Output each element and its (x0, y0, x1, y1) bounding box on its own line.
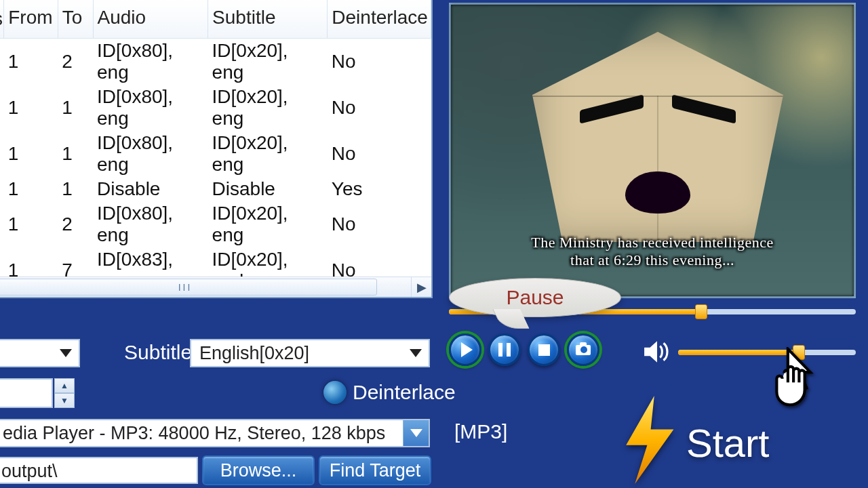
cursor-pointer-icon (774, 347, 822, 409)
seek-handle[interactable] (695, 304, 707, 319)
col-to[interactable]: To (58, 0, 93, 38)
numeric-field[interactable] (0, 378, 53, 408)
video-preview[interactable]: The Ministry has received intelligence t… (449, 3, 856, 298)
spin-down-icon[interactable]: ▼ (54, 393, 75, 408)
numeric-spinner[interactable]: ▲ ▼ (54, 378, 75, 408)
unknown-left-dropdown[interactable] (0, 339, 80, 367)
col-audio[interactable]: Audio (93, 0, 208, 38)
pause-icon (498, 343, 511, 357)
output-path-field[interactable]: output\ (0, 457, 198, 484)
find-target-button[interactable]: Find Target (319, 455, 431, 485)
table-hscrollbar[interactable]: III ▶ (0, 277, 431, 297)
camera-icon (576, 345, 591, 355)
profile-value: edia Player - MP3: 48000 Hz, Stereo, 128… (3, 423, 385, 444)
snapshot-button[interactable] (567, 333, 599, 366)
subtitle-line-2: that at 6:29 this evening... (451, 251, 854, 269)
svg-marker-0 (626, 396, 673, 484)
table-row[interactable]: 11DisableDisableYes (0, 177, 431, 201)
col-deinterlace[interactable]: Deinterlace (328, 0, 431, 38)
subtitle-label: Subtitle: (124, 341, 197, 364)
output-format-tag: [MP3] (454, 420, 507, 443)
stop-button[interactable] (528, 333, 560, 366)
play-icon (461, 342, 473, 357)
col-subtitle[interactable]: Subtitle (208, 0, 328, 38)
subtitle-dropdown[interactable]: English[0x20] (190, 339, 430, 367)
track-table-panel: s From To Audio Subtitle Deinterlace 12I… (0, 0, 433, 298)
chevron-down-icon (410, 349, 422, 357)
output-profile-dropdown[interactable]: edia Player - MP3: 48000 Hz, Stereo, 128… (0, 419, 430, 447)
chevron-down-icon (410, 429, 422, 437)
chevron-down-icon (60, 349, 72, 357)
volume-slider[interactable] (678, 350, 856, 355)
deinterlace-toggle[interactable] (323, 381, 347, 404)
scroll-right-arrow-icon[interactable]: ▶ (411, 277, 431, 297)
table-row[interactable]: 12ID[0x80], engID[0x20], engNo (0, 38, 431, 85)
col-from[interactable]: From (4, 0, 58, 38)
play-button[interactable] (449, 333, 481, 366)
deinterlace-label: Deinterlace (353, 381, 456, 404)
pause-tooltip: Pause (449, 278, 621, 317)
browse-button[interactable]: Browse... (202, 455, 315, 485)
scroll-thumb[interactable]: III (0, 279, 377, 296)
start-button[interactable]: Start (686, 420, 770, 466)
lightning-icon (620, 396, 678, 484)
table-row[interactable]: 11ID[0x80], engID[0x20], engNo (0, 131, 431, 177)
table-row[interactable]: 11ID[0x80], engID[0x20], engNo (0, 85, 431, 131)
pause-button[interactable] (488, 333, 521, 366)
subtitle-line-1: The Ministry has received intelligence (451, 234, 854, 251)
track-table[interactable]: s From To Audio Subtitle Deinterlace 12I… (0, 0, 431, 293)
volume-icon[interactable] (643, 340, 671, 366)
stop-icon (538, 344, 550, 356)
spin-up-icon[interactable]: ▲ (54, 378, 75, 393)
table-row[interactable]: 12ID[0x80], engID[0x20], engNo (0, 201, 431, 247)
subtitle-value: English[0x20] (199, 343, 309, 364)
